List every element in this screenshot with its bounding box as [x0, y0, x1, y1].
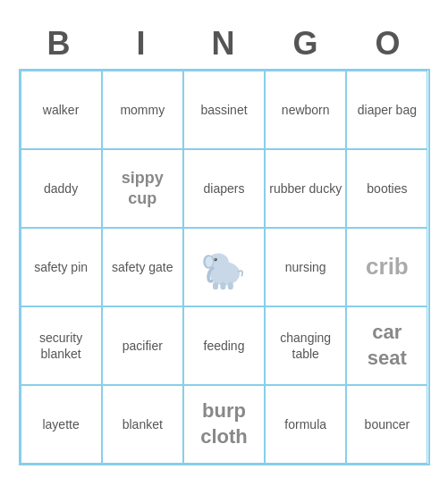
letter-b: B — [19, 21, 101, 67]
letter-i: I — [101, 21, 183, 67]
bingo-card: B I N G O walker mommy bassinet newborn … — [10, 12, 439, 474]
cell-22: burp cloth — [183, 385, 265, 464]
cell-8: rubber ducky — [265, 149, 346, 228]
svg-rect-6 — [213, 282, 218, 289]
cell-11: safety gate — [102, 228, 183, 306]
svg-point-5 — [215, 258, 216, 259]
elephant-icon — [197, 240, 250, 294]
letter-n: N — [183, 21, 266, 67]
cell-21: blanket — [102, 385, 183, 464]
cell-20: layette — [21, 385, 102, 464]
letter-o: O — [348, 21, 430, 67]
bingo-header: B I N G O — [19, 21, 430, 67]
cell-10: safety pin — [21, 228, 102, 306]
cell-12-free — [183, 228, 265, 306]
cell-0: walker — [21, 71, 102, 149]
svg-rect-7 — [221, 282, 226, 289]
svg-point-3 — [206, 256, 213, 267]
cell-14: crib — [346, 228, 427, 306]
svg-point-4 — [215, 258, 218, 262]
cell-18: changing table — [265, 306, 346, 385]
cell-7: diapers — [183, 149, 265, 228]
cell-5: daddy — [21, 149, 102, 228]
letter-g: G — [266, 21, 348, 67]
cell-9: booties — [346, 149, 427, 228]
cell-3: newborn — [265, 71, 346, 149]
cell-6: sippy cup — [102, 149, 183, 228]
cell-1: mommy — [102, 71, 183, 149]
cell-23: formula — [265, 385, 346, 464]
cell-4: diaper bag — [346, 71, 427, 149]
cell-2: bassinet — [183, 71, 265, 149]
cell-13: nursing — [265, 228, 346, 306]
cell-19: car seat — [346, 306, 427, 385]
cell-17: feeding — [183, 306, 265, 385]
svg-rect-8 — [228, 282, 233, 289]
cell-16: pacifier — [102, 306, 183, 385]
bingo-grid: walker mommy bassinet newborn diaper bag… — [19, 69, 430, 465]
cell-24: bouncer — [346, 385, 427, 464]
cell-15: security blanket — [21, 306, 102, 385]
